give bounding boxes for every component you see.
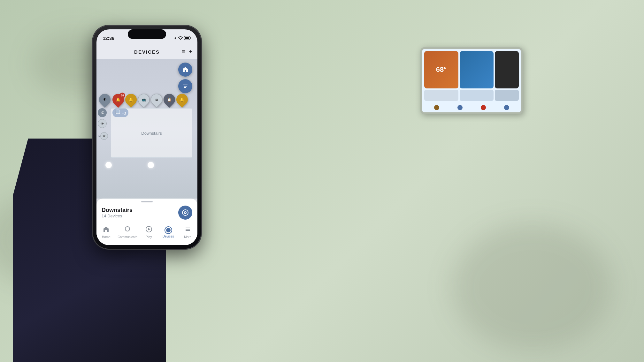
tablet-bottom-bar [422, 103, 521, 112]
left-pin-group: 🖨 👁 [98, 108, 107, 128]
pin-document[interactable]: 📋 [164, 94, 175, 105]
tab-devices[interactable]: Devices [160, 226, 176, 238]
iphone-screen: 12:36 ✈ [96, 29, 197, 245]
more-tab-icon [184, 226, 191, 235]
svg-rect-1 [185, 37, 189, 39]
pin-camera[interactable]: 👁 [99, 94, 111, 105]
iphone-wrapper: 12:36 ✈ [93, 26, 201, 249]
tab-play[interactable]: Play [141, 226, 157, 239]
left-pin-group-2: 6 👁 [98, 132, 108, 140]
map-dot-1 [105, 162, 112, 168]
home-location-button[interactable] [178, 63, 192, 77]
map-dot-2 [148, 162, 154, 168]
more-tab-label: More [184, 235, 191, 239]
tablet-dot-3 [481, 105, 486, 110]
tablet-card-weather: 68° [424, 51, 458, 88]
svg-point-9 [185, 212, 186, 213]
iphone-frame: 12:36 ✈ [93, 26, 201, 249]
filter-button[interactable] [178, 79, 192, 93]
tablet-screen: 68° [422, 49, 521, 103]
home-tab-icon [103, 226, 110, 235]
play-tab-label: Play [146, 235, 152, 239]
nav-header: DEVICES ≡ + [96, 45, 197, 59]
pin-left-2[interactable]: 👁 [98, 119, 107, 128]
wall-tablet: 68° [420, 47, 523, 114]
room-control-button[interactable] [178, 206, 192, 220]
devices-tab-icon [165, 226, 172, 234]
communicate-tab-label: Communicate [118, 235, 137, 239]
pin-left-1[interactable]: 🖨 [98, 108, 107, 117]
play-tab-icon [145, 226, 152, 235]
wifi-icon [178, 36, 183, 41]
pins-row: 👁 68 🔔 🔔 [99, 94, 197, 105]
tablet-card-bottom-3 [495, 90, 519, 101]
svg-point-10 [125, 227, 130, 231]
floor-plan: Downstairs [111, 108, 192, 158]
nav-buttons: ≡ + [182, 49, 192, 55]
floor-label: Downstairs [141, 131, 162, 135]
map-area[interactable]: 👁 68 🔔 🔔 [96, 59, 197, 199]
nav-title: DEVICES [134, 49, 160, 55]
tablet-dot-1 [434, 105, 439, 110]
tab-bar: Home Communicate [96, 223, 197, 245]
tablet-dot-2 [457, 105, 463, 110]
battery-icon [184, 36, 191, 41]
pin-monitor[interactable]: 🖥 [151, 94, 162, 105]
pin-speaker-2[interactable]: 🔔 [176, 94, 188, 105]
room-info: Downstairs 14 Devices [96, 206, 197, 223]
pin-speaker-1[interactable]: 🔔 [125, 94, 137, 105]
tab-communicate[interactable]: Communicate [118, 226, 137, 239]
tab-home[interactable]: Home [98, 226, 114, 239]
airplane-icon: ✈ [174, 36, 177, 41]
panel-handle [141, 201, 153, 202]
tablet-temp: 68° [436, 65, 447, 74]
status-icons: ✈ [174, 36, 191, 41]
pin-badge-count: 68 [119, 93, 125, 98]
menu-button[interactable]: ≡ [182, 49, 185, 55]
add-button[interactable]: + [189, 49, 192, 55]
tab-more[interactable]: More [180, 226, 196, 239]
status-time: 12:36 [103, 36, 114, 41]
room-name: Downstairs [102, 207, 133, 214]
tablet-card-dark [495, 51, 519, 88]
pin-left-3[interactable]: 👁 [100, 132, 108, 140]
tablet-card-bottom-1 [424, 90, 458, 101]
tablet-dot-4 [504, 105, 509, 110]
devices-tab-label: Devices [163, 235, 174, 238]
communicate-tab-icon [124, 226, 131, 235]
dynamic-island [128, 29, 166, 39]
pin-display[interactable]: 📺 [138, 94, 150, 105]
room-device-count: 14 Devices [102, 214, 133, 218]
room-info-text: Downstairs 14 Devices [102, 207, 133, 218]
shadow-2 [452, 223, 612, 351]
pin-alert[interactable]: 68 🔔 [112, 94, 124, 105]
tablet-card-bottom-2 [460, 90, 494, 101]
home-tab-label: Home [102, 235, 111, 239]
bottom-panel: Downstairs 14 Devices [96, 199, 197, 245]
tablet-card-blue [460, 51, 494, 88]
